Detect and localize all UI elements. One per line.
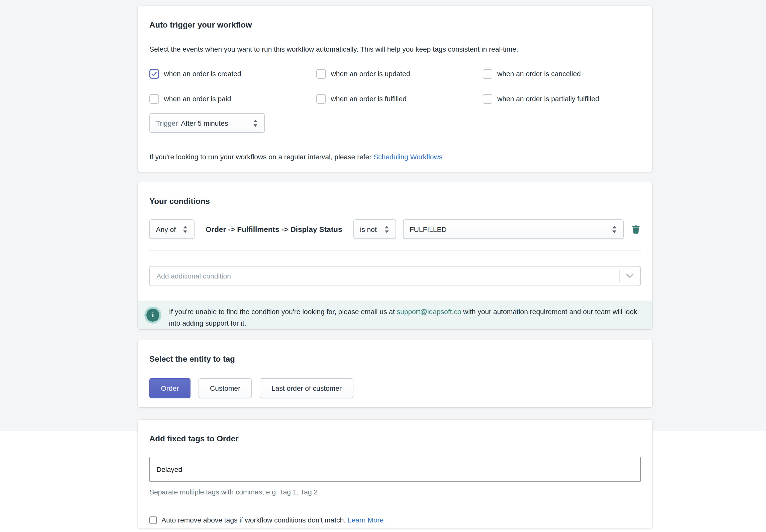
condition-match-select[interactable]: Any of <box>149 219 194 239</box>
trigger-delay-select[interactable]: Trigger After 5 minutes <box>149 113 265 133</box>
select-value: After 5 minutes <box>181 119 228 127</box>
trigger-events-grid: when an order is created when an order i… <box>149 67 641 105</box>
tags-helper-text: Separate multiple tags with commas, e.g.… <box>149 488 641 496</box>
conditions-card: Your conditions Any of Order -> Fulfillm… <box>138 182 652 329</box>
checkbox-icon[interactable] <box>149 94 159 103</box>
checkbox-order-cancelled[interactable]: when an order is cancelled <box>483 67 641 80</box>
add-condition-input[interactable]: Add additional condition <box>149 266 641 286</box>
checkbox-icon[interactable] <box>483 94 492 103</box>
banner-text: If you're unable to find the condition y… <box>169 306 646 329</box>
footnote-text: If you're looking to run your workflows … <box>149 153 373 161</box>
entity-button-order[interactable]: Order <box>149 378 190 398</box>
auto-remove-checkbox[interactable] <box>149 516 157 524</box>
chevron-down-icon <box>626 274 634 279</box>
support-email-link[interactable]: support@leapsoft.co <box>397 308 461 316</box>
auto-trigger-card: Auto trigger your workflow Select the ev… <box>138 6 652 172</box>
checkbox-order-updated[interactable]: when an order is updated <box>316 67 483 80</box>
banner-text-before: If you're unable to find the condition y… <box>169 308 397 316</box>
info-icon: i <box>144 307 161 324</box>
checkbox-icon[interactable] <box>316 69 326 78</box>
select-value: is not <box>360 225 377 233</box>
card-title: Your conditions <box>149 195 641 207</box>
condition-operator-select[interactable]: is not <box>353 219 396 239</box>
trash-icon <box>631 224 640 234</box>
checkbox-label: when an order is partially fulfilled <box>497 95 599 103</box>
trigger-footnote: If you're looking to run your workflows … <box>149 152 641 162</box>
auto-remove-label-text: Auto remove above tags if workflow condi… <box>161 516 348 524</box>
card-description: Select the events when you want to run t… <box>149 44 641 54</box>
checkbox-order-paid[interactable]: when an order is paid <box>149 92 316 105</box>
check-icon <box>151 70 157 77</box>
select-value: Any of <box>156 225 176 233</box>
checkbox-order-created[interactable]: when an order is created <box>149 67 316 80</box>
select-caret-icon <box>253 119 258 127</box>
condition-value-select[interactable]: FULFILLED <box>403 219 624 239</box>
checkbox-icon[interactable] <box>483 69 492 78</box>
checkbox-label: when an order is created <box>164 70 241 78</box>
workflow-settings-page: Auto trigger your workflow Select the ev… <box>0 0 766 532</box>
card-title: Auto trigger your workflow <box>149 19 641 31</box>
checkbox-order-partially-fulfilled[interactable]: when an order is partially fulfilled <box>483 92 641 105</box>
auto-remove-row: Auto remove above tags if workflow condi… <box>149 516 641 524</box>
select-value: FULFILLED <box>410 225 447 233</box>
fixed-tags-card: Add fixed tags to Order Delayed Separate… <box>138 420 652 528</box>
select-caret-icon <box>612 225 617 233</box>
select-caret-icon <box>182 225 188 233</box>
select-prefix: Trigger <box>156 119 178 127</box>
delete-condition-button[interactable] <box>631 224 641 235</box>
entity-button-last-order[interactable]: Last order of customer <box>260 378 353 398</box>
auto-remove-label: Auto remove above tags if workflow condi… <box>161 516 384 524</box>
entity-card: Select the entity to tag Order Customer … <box>138 340 652 407</box>
checkbox-icon[interactable] <box>316 94 326 103</box>
card-title: Select the entity to tag <box>149 353 641 365</box>
entity-button-customer[interactable]: Customer <box>198 378 252 398</box>
tags-input-value: Delayed <box>156 465 182 473</box>
condition-row: Any of Order -> Fulfillments -> Display … <box>149 219 641 239</box>
tags-input[interactable]: Delayed <box>149 457 641 482</box>
scheduling-workflows-link[interactable]: Scheduling Workflows <box>373 153 443 161</box>
condition-field-label: Order -> Fulfillments -> Display Status <box>205 225 342 233</box>
checkbox-label: when an order is fulfilled <box>331 95 407 103</box>
learn-more-link[interactable]: Learn More <box>348 516 384 524</box>
card-title: Add fixed tags to Order <box>149 433 641 445</box>
checkbox-icon[interactable] <box>149 69 159 78</box>
entity-buttons: Order Customer Last order of customer <box>149 378 641 398</box>
add-condition-dropdown-toggle[interactable] <box>619 270 640 283</box>
add-condition-placeholder: Add additional condition <box>150 272 231 280</box>
checkbox-label: when an order is paid <box>164 95 231 103</box>
checkbox-label: when an order is updated <box>331 70 410 78</box>
select-caret-icon <box>384 225 390 233</box>
support-info-banner: i If you're unable to find the condition… <box>138 301 652 329</box>
checkbox-order-fulfilled[interactable]: when an order is fulfilled <box>316 92 483 105</box>
checkbox-label: when an order is cancelled <box>497 70 581 78</box>
